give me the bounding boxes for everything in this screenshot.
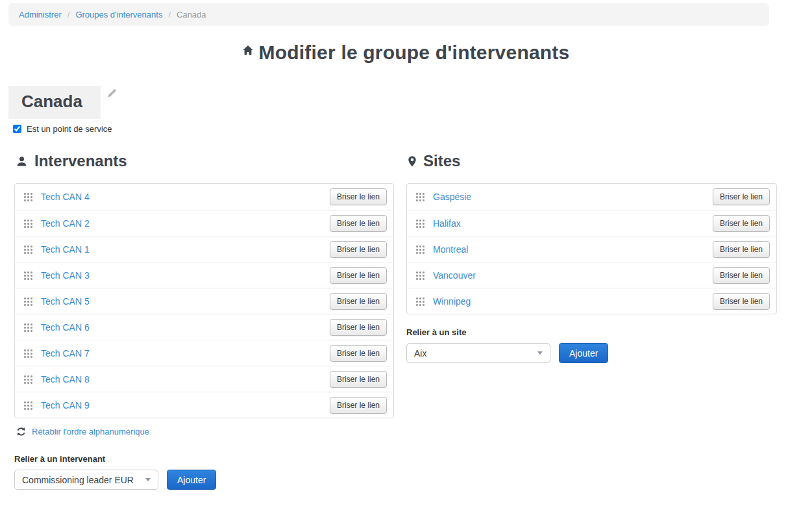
chevron-down-icon (145, 478, 151, 481)
drag-handle-icon[interactable] (23, 401, 32, 410)
sites-heading-label: Sites (423, 152, 460, 170)
breadcrumb-separator: / (68, 10, 70, 19)
site-row: Winnipeg Briser le lien (407, 288, 776, 314)
sites-section: Sites Gaspésie Briser le lien Halifax Br… (406, 152, 777, 363)
drag-handle-icon[interactable] (23, 245, 32, 254)
service-point-checkbox[interactable] (13, 125, 21, 133)
chevron-down-icon (537, 351, 543, 355)
group-name-block: Canada (8, 86, 117, 119)
drag-handle-icon[interactable] (415, 297, 424, 306)
breadcrumb-current: Canada (177, 10, 206, 19)
site-link[interactable]: Vancouver (433, 270, 713, 281)
page-title-text: Modifier le groupe d'intervenants (259, 42, 570, 63)
link-intervenant-controls: Commissioning leader EUR Ajouter (14, 470, 394, 490)
page-title: Modifier le groupe d'intervenants (0, 42, 812, 64)
site-link[interactable]: Halifax (433, 218, 713, 229)
link-site-label: Relier à un site (406, 327, 777, 337)
reset-order-row: Rétablir l'ordre alphanumérique (16, 427, 394, 436)
site-link[interactable]: Montreal (433, 244, 713, 255)
intervenant-link[interactable]: Tech CAN 3 (41, 270, 330, 281)
site-select[interactable]: Aix (406, 343, 550, 363)
intervenant-row: Tech CAN 2 Briser le lien (15, 210, 393, 236)
unlink-button[interactable]: Briser le lien (330, 397, 387, 414)
unlink-button[interactable]: Briser le lien (713, 241, 770, 258)
site-row: Gaspésie Briser le lien (407, 184, 776, 210)
service-point-label: Est un point de service (27, 124, 112, 134)
unlink-button[interactable]: Briser le lien (330, 267, 387, 284)
drag-handle-icon[interactable] (23, 375, 32, 384)
breadcrumb-link-administrer[interactable]: Administrer (19, 10, 62, 19)
drag-handle-icon[interactable] (23, 219, 32, 228)
drag-handle-icon[interactable] (23, 271, 32, 280)
group-name: Canada (8, 86, 101, 119)
site-select-value: Aix (414, 348, 426, 359)
drag-handle-icon[interactable] (23, 349, 32, 358)
pencil-icon[interactable] (107, 88, 117, 98)
intervenant-row: Tech CAN 6 Briser le lien (15, 314, 393, 340)
site-row: Vancouver Briser le lien (407, 262, 776, 288)
intervenant-link[interactable]: Tech CAN 5 (41, 296, 330, 307)
site-link[interactable]: Gaspésie (433, 192, 713, 202)
drag-handle-icon[interactable] (415, 245, 424, 254)
intervenant-select-value: Commissioning leader EUR (22, 475, 134, 485)
intervenants-list: Tech CAN 4 Briser le lien Tech CAN 2 Bri… (14, 183, 394, 418)
add-site-button[interactable]: Ajouter (559, 343, 608, 363)
sites-heading: Sites (408, 152, 777, 170)
intervenant-row: Tech CAN 9 Briser le lien (15, 392, 393, 418)
map-pin-icon (408, 156, 416, 167)
intervenant-link[interactable]: Tech CAN 6 (41, 322, 330, 333)
unlink-button[interactable]: Briser le lien (330, 319, 387, 336)
refresh-icon (16, 427, 26, 436)
unlink-button[interactable]: Briser le lien (330, 345, 387, 362)
intervenant-link[interactable]: Tech CAN 1 (41, 244, 330, 255)
unlink-button[interactable]: Briser le lien (330, 293, 387, 310)
breadcrumb-link-groupes-intervenants[interactable]: Groupes d'intervenants (75, 10, 162, 19)
intervenants-heading: Intervenants (16, 152, 394, 170)
intervenant-row: Tech CAN 3 Briser le lien (15, 262, 393, 288)
site-row: Halifax Briser le lien (407, 210, 776, 236)
intervenant-row: Tech CAN 1 Briser le lien (15, 236, 393, 262)
intervenant-row: Tech CAN 4 Briser le lien (15, 184, 393, 210)
unlink-button[interactable]: Briser le lien (330, 241, 387, 258)
unlink-button[interactable]: Briser le lien (713, 293, 770, 310)
intervenant-link[interactable]: Tech CAN 7 (41, 348, 330, 359)
drag-handle-icon[interactable] (415, 192, 424, 201)
unlink-button[interactable]: Briser le lien (713, 267, 770, 284)
intervenants-section: Intervenants Tech CAN 4 Briser le lien T… (14, 152, 394, 490)
service-point-row: Est un point de service (13, 124, 112, 134)
breadcrumb-separator: / (168, 10, 171, 19)
unlink-button[interactable]: Briser le lien (713, 215, 770, 232)
intervenant-link[interactable]: Tech CAN 4 (41, 192, 330, 202)
intervenant-link[interactable]: Tech CAN 8 (41, 374, 330, 385)
unlink-button[interactable]: Briser le lien (330, 371, 387, 388)
add-intervenant-button[interactable]: Ajouter (167, 470, 216, 490)
intervenant-row: Tech CAN 8 Briser le lien (15, 366, 393, 392)
person-icon (16, 156, 27, 167)
unlink-button[interactable]: Briser le lien (330, 188, 387, 205)
link-intervenant-label: Relier à un intervenant (14, 454, 394, 464)
drag-handle-icon[interactable] (415, 219, 424, 228)
intervenant-row: Tech CAN 7 Briser le lien (15, 340, 393, 366)
intervenant-link[interactable]: Tech CAN 9 (41, 400, 330, 411)
reset-order-link[interactable]: Rétablir l'ordre alphanumérique (32, 427, 149, 436)
link-site-controls: Aix Ajouter (406, 343, 777, 363)
unlink-button[interactable]: Briser le lien (713, 188, 770, 205)
intervenant-row: Tech CAN 5 Briser le lien (15, 288, 393, 314)
intervenants-heading-label: Intervenants (34, 152, 127, 170)
breadcrumb: Administrer / Groupes d'intervenants / C… (8, 3, 769, 26)
drag-handle-icon[interactable] (23, 192, 32, 201)
sites-list: Gaspésie Briser le lien Halifax Briser l… (406, 183, 777, 314)
drag-handle-icon[interactable] (23, 323, 32, 332)
intervenant-link[interactable]: Tech CAN 2 (41, 218, 330, 229)
unlink-button[interactable]: Briser le lien (330, 215, 387, 232)
site-link[interactable]: Winnipeg (433, 296, 713, 307)
drag-handle-icon[interactable] (415, 271, 424, 280)
page: Administrer / Groupes d'intervenants / C… (0, 0, 812, 506)
home-icon (243, 45, 253, 55)
intervenant-select[interactable]: Commissioning leader EUR (14, 470, 158, 490)
site-row: Montreal Briser le lien (407, 236, 776, 262)
drag-handle-icon[interactable] (23, 297, 32, 306)
